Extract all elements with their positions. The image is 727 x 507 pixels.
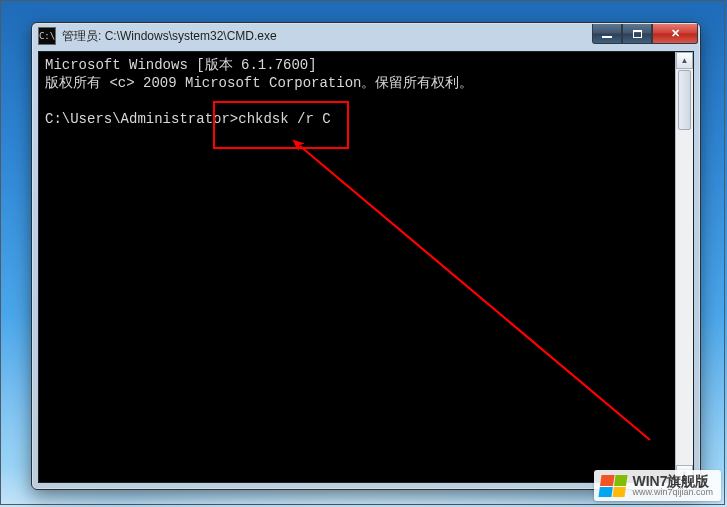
console-line-version: Microsoft Windows [版本 6.1.7600] bbox=[45, 57, 317, 73]
watermark-title: WIN7旗舰版 bbox=[632, 474, 713, 488]
maximize-icon bbox=[633, 30, 642, 38]
console-prompt: C:\Users\Administrator> bbox=[45, 111, 238, 127]
cmd-icon: C:\ bbox=[38, 27, 56, 45]
minimize-icon bbox=[602, 36, 612, 38]
scroll-thumb[interactable] bbox=[678, 70, 691, 130]
windows-logo-icon bbox=[599, 475, 628, 497]
desktop: C:\ 管理员: C:\Windows\system32\CMD.exe ▲ bbox=[0, 0, 727, 507]
minimize-button[interactable] bbox=[592, 24, 622, 44]
watermark: WIN7旗舰版 www.win7qijian.com bbox=[594, 470, 721, 501]
close-button[interactable] bbox=[652, 24, 698, 44]
watermark-url: www.win7qijian.com bbox=[632, 488, 713, 497]
scroll-up-button[interactable]: ▲ bbox=[676, 52, 693, 69]
window-buttons bbox=[592, 24, 698, 44]
titlebar[interactable]: C:\ 管理员: C:\Windows\system32\CMD.exe bbox=[32, 23, 700, 49]
console-output[interactable]: Microsoft Windows [版本 6.1.7600] 版权所有 <c>… bbox=[39, 52, 675, 482]
maximize-button[interactable] bbox=[622, 24, 652, 44]
vertical-scrollbar[interactable]: ▲ ▼ bbox=[675, 52, 693, 482]
cmd-window: C:\ 管理员: C:\Windows\system32\CMD.exe ▲ bbox=[31, 22, 701, 490]
console-command: chkdsk /r C bbox=[238, 111, 330, 127]
close-icon bbox=[671, 27, 680, 40]
console-client: ▲ ▼ Microsoft Windows [版本 6.1.7600] 版权所有… bbox=[38, 51, 694, 483]
window-title: 管理员: C:\Windows\system32\CMD.exe bbox=[62, 28, 277, 45]
console-line-copyright: 版权所有 <c> 2009 Microsoft Corporation。保留所有… bbox=[45, 75, 473, 91]
